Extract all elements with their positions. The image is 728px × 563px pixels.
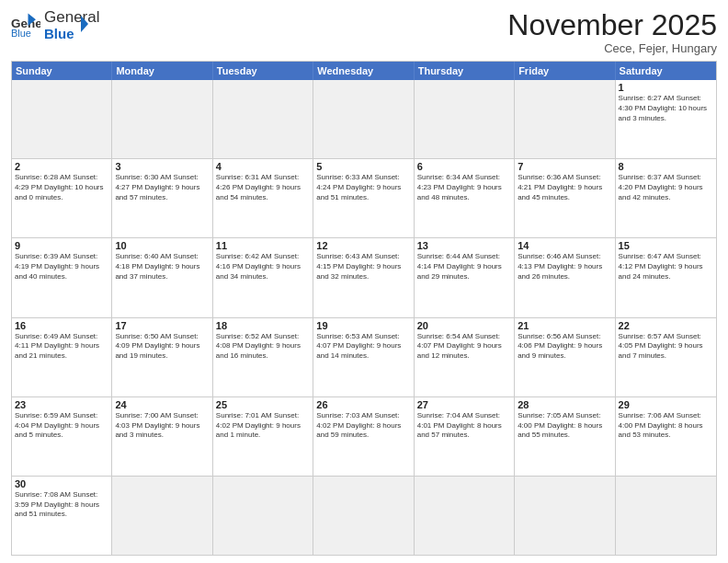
header-saturday: Saturday [616, 62, 716, 80]
calendar-body: 1Sunrise: 6:27 AM Sunset: 4:30 PM Daylig… [12, 80, 716, 555]
day-info: Sunrise: 7:08 AM Sunset: 3:59 PM Dayligh… [15, 490, 108, 520]
day-info: Sunrise: 6:28 AM Sunset: 4:29 PM Dayligh… [15, 173, 108, 202]
day-info: Sunrise: 6:47 AM Sunset: 4:12 PM Dayligh… [619, 252, 713, 282]
calendar-cell-1-0: 2Sunrise: 6:28 AM Sunset: 4:29 PM Daylig… [12, 159, 112, 237]
day-number: 8 [619, 161, 713, 172]
calendar-cell-0-2 [213, 80, 313, 158]
day-number: 12 [316, 240, 410, 251]
calendar-cell-2-2: 11Sunrise: 6:42 AM Sunset: 4:16 PM Dayli… [213, 238, 313, 316]
day-number: 15 [619, 240, 713, 251]
logo: General Blue General Blue [11, 9, 88, 41]
day-info: Sunrise: 7:01 AM Sunset: 4:02 PM Dayligh… [216, 411, 310, 441]
day-number: 24 [115, 399, 209, 410]
day-number: 6 [417, 161, 511, 172]
calendar-cell-5-6 [616, 477, 716, 555]
calendar-cell-0-0 [12, 80, 112, 158]
calendar-row-1: 2Sunrise: 6:28 AM Sunset: 4:29 PM Daylig… [12, 158, 716, 237]
logo-triangle [70, 14, 88, 34]
day-number: 26 [316, 399, 410, 410]
calendar-cell-4-5: 28Sunrise: 7:05 AM Sunset: 4:00 PM Dayli… [515, 397, 615, 476]
calendar-cell-2-1: 10Sunrise: 6:40 AM Sunset: 4:18 PM Dayli… [112, 238, 212, 316]
month-title: November 2025 [507, 9, 717, 41]
day-info: Sunrise: 6:30 AM Sunset: 4:27 PM Dayligh… [115, 173, 209, 202]
day-number: 3 [115, 161, 209, 172]
calendar-cell-0-4 [415, 80, 515, 158]
calendar-cell-1-4: 6Sunrise: 6:34 AM Sunset: 4:23 PM Daylig… [415, 159, 515, 237]
day-info: Sunrise: 6:34 AM Sunset: 4:23 PM Dayligh… [417, 173, 511, 202]
day-number: 23 [15, 399, 108, 410]
day-number: 30 [15, 478, 108, 489]
header-wednesday: Wednesday [313, 62, 414, 80]
calendar-cell-0-6: 1Sunrise: 6:27 AM Sunset: 4:30 PM Daylig… [616, 80, 716, 158]
calendar-cell-5-3 [313, 477, 414, 555]
calendar-cell-1-1: 3Sunrise: 6:30 AM Sunset: 4:27 PM Daylig… [112, 159, 212, 237]
day-number: 17 [115, 320, 209, 331]
page: General Blue General Blue November 2025 … [0, 0, 728, 563]
calendar-cell-5-1 [112, 477, 212, 555]
day-number: 25 [216, 399, 310, 410]
calendar-cell-4-0: 23Sunrise: 6:59 AM Sunset: 4:04 PM Dayli… [12, 397, 112, 476]
location: Cece, Fejer, Hungary [507, 41, 717, 55]
calendar-cell-4-4: 27Sunrise: 7:04 AM Sunset: 4:01 PM Dayli… [415, 397, 515, 476]
day-info: Sunrise: 6:57 AM Sunset: 4:05 PM Dayligh… [619, 332, 713, 362]
day-number: 9 [15, 240, 108, 251]
calendar-cell-5-5 [515, 477, 615, 555]
day-info: Sunrise: 7:06 AM Sunset: 4:00 PM Dayligh… [619, 411, 713, 441]
calendar-cell-2-0: 9Sunrise: 6:39 AM Sunset: 4:19 PM Daylig… [12, 238, 112, 316]
day-number: 7 [518, 161, 611, 172]
day-number: 2 [15, 161, 108, 172]
calendar-cell-5-0: 30Sunrise: 7:08 AM Sunset: 3:59 PM Dayli… [12, 477, 112, 555]
header-tuesday: Tuesday [213, 62, 313, 80]
calendar-cell-2-6: 15Sunrise: 6:47 AM Sunset: 4:12 PM Dayli… [616, 238, 716, 316]
day-info: Sunrise: 6:31 AM Sunset: 4:26 PM Dayligh… [216, 173, 310, 202]
calendar-cell-2-4: 13Sunrise: 6:44 AM Sunset: 4:14 PM Dayli… [415, 238, 515, 316]
day-info: Sunrise: 6:37 AM Sunset: 4:20 PM Dayligh… [619, 173, 713, 202]
calendar-row-3: 16Sunrise: 6:49 AM Sunset: 4:11 PM Dayli… [12, 317, 716, 396]
day-number: 29 [619, 399, 713, 410]
calendar-cell-1-6: 8Sunrise: 6:37 AM Sunset: 4:20 PM Daylig… [616, 159, 716, 237]
day-info: Sunrise: 6:59 AM Sunset: 4:04 PM Dayligh… [15, 411, 108, 441]
day-info: Sunrise: 6:49 AM Sunset: 4:11 PM Dayligh… [15, 332, 108, 362]
day-info: Sunrise: 6:36 AM Sunset: 4:21 PM Dayligh… [518, 173, 611, 202]
day-info: Sunrise: 7:04 AM Sunset: 4:01 PM Dayligh… [417, 411, 511, 441]
calendar-cell-4-3: 26Sunrise: 7:03 AM Sunset: 4:02 PM Dayli… [313, 397, 414, 476]
day-info: Sunrise: 6:50 AM Sunset: 4:09 PM Dayligh… [115, 332, 209, 362]
day-info: Sunrise: 7:03 AM Sunset: 4:02 PM Dayligh… [316, 411, 410, 441]
calendar-cell-3-0: 16Sunrise: 6:49 AM Sunset: 4:11 PM Dayli… [12, 318, 112, 396]
calendar-cell-4-6: 29Sunrise: 7:06 AM Sunset: 4:00 PM Dayli… [616, 397, 716, 476]
header-sunday: Sunday [12, 62, 112, 80]
day-number: 18 [216, 320, 310, 331]
calendar-cell-1-2: 4Sunrise: 6:31 AM Sunset: 4:26 PM Daylig… [213, 159, 313, 237]
day-info: Sunrise: 7:05 AM Sunset: 4:00 PM Dayligh… [518, 411, 611, 441]
calendar-row-2: 9Sunrise: 6:39 AM Sunset: 4:19 PM Daylig… [12, 237, 716, 316]
calendar-cell-5-4 [415, 477, 515, 555]
day-info: Sunrise: 6:27 AM Sunset: 4:30 PM Dayligh… [619, 94, 713, 123]
day-info: Sunrise: 6:52 AM Sunset: 4:08 PM Dayligh… [216, 332, 310, 362]
calendar-cell-3-3: 19Sunrise: 6:53 AM Sunset: 4:07 PM Dayli… [313, 318, 414, 396]
day-number: 22 [619, 320, 713, 331]
svg-text:Blue: Blue [11, 27, 31, 38]
header-thursday: Thursday [415, 62, 515, 80]
calendar-row-5: 30Sunrise: 7:08 AM Sunset: 3:59 PM Dayli… [12, 476, 716, 555]
day-info: Sunrise: 6:33 AM Sunset: 4:24 PM Dayligh… [316, 173, 410, 202]
day-info: Sunrise: 6:53 AM Sunset: 4:07 PM Dayligh… [316, 332, 410, 362]
day-info: Sunrise: 6:39 AM Sunset: 4:19 PM Dayligh… [15, 252, 108, 282]
calendar-cell-0-1 [112, 80, 212, 158]
calendar-cell-5-2 [213, 477, 313, 555]
day-info: Sunrise: 6:42 AM Sunset: 4:16 PM Dayligh… [216, 252, 310, 282]
day-number: 20 [417, 320, 511, 331]
calendar-cell-1-5: 7Sunrise: 6:36 AM Sunset: 4:21 PM Daylig… [515, 159, 615, 237]
day-number: 28 [518, 399, 611, 410]
calendar-row-4: 23Sunrise: 6:59 AM Sunset: 4:04 PM Dayli… [12, 396, 716, 476]
svg-marker-3 [81, 16, 88, 32]
calendar: Sunday Monday Tuesday Wednesday Thursday… [11, 61, 717, 556]
day-number: 21 [518, 320, 611, 331]
day-number: 14 [518, 240, 611, 251]
calendar-cell-3-6: 22Sunrise: 6:57 AM Sunset: 4:05 PM Dayli… [616, 318, 716, 396]
calendar-cell-2-3: 12Sunrise: 6:43 AM Sunset: 4:15 PM Dayli… [313, 238, 414, 316]
calendar-cell-3-2: 18Sunrise: 6:52 AM Sunset: 4:08 PM Dayli… [213, 318, 313, 396]
day-number: 11 [216, 240, 310, 251]
day-info: Sunrise: 6:40 AM Sunset: 4:18 PM Dayligh… [115, 252, 209, 282]
day-info: Sunrise: 6:54 AM Sunset: 4:07 PM Dayligh… [417, 332, 511, 362]
calendar-cell-3-1: 17Sunrise: 6:50 AM Sunset: 4:09 PM Dayli… [112, 318, 212, 396]
